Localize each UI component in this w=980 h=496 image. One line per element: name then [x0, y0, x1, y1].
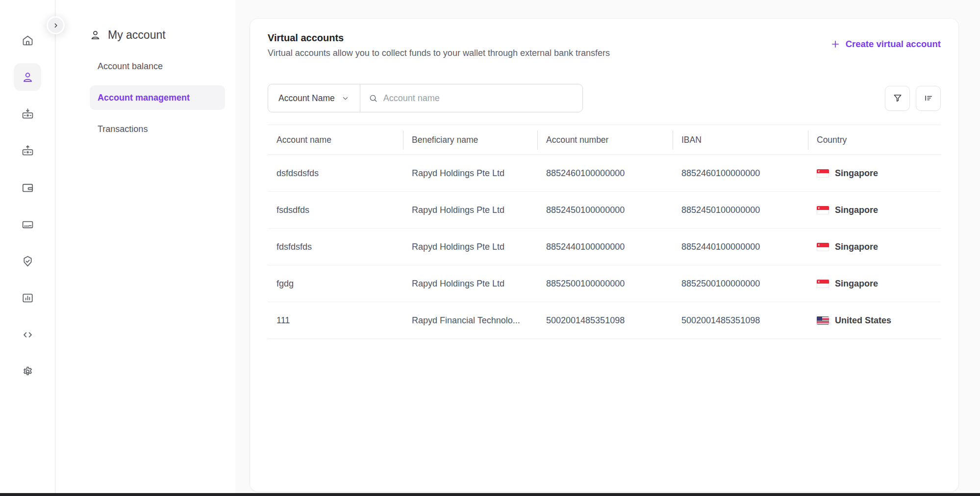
table-header-row: Account name Beneficiary name Account nu… — [268, 125, 941, 155]
rail-item-payouts[interactable] — [14, 137, 41, 164]
rail-item-my-account[interactable] — [14, 63, 41, 91]
cell-account-number: 5002001485351098 — [537, 315, 673, 326]
column-header-account-number: Account number — [537, 135, 673, 145]
cell-beneficiary-name: Rapyd Holdings Pte Ltd — [403, 242, 537, 252]
sidebar-title-label: My account — [108, 28, 166, 42]
cell-account-number: 8852500100000000 — [537, 279, 673, 289]
cell-beneficiary-name: Rapyd Holdings Pte Ltd — [403, 205, 537, 215]
developers-code-icon — [21, 328, 34, 341]
sidebar-nav: Account balance Account management Trans… — [90, 54, 235, 141]
verification-badge-icon — [21, 255, 34, 268]
rail-item-verification[interactable] — [14, 247, 41, 275]
search-filter-group: Account Name — [268, 84, 583, 112]
cell-account-number: 8852450100000000 — [537, 205, 673, 215]
bottom-edge-strip — [0, 493, 980, 496]
home-icon — [21, 34, 34, 47]
reports-chart-icon — [21, 291, 34, 305]
rail-item-home[interactable] — [14, 26, 41, 54]
column-header-beneficiary-name: Beneficiary name — [403, 135, 537, 145]
search-icon — [369, 94, 378, 103]
cell-account-name: fsdsdfds — [268, 205, 403, 215]
main-area: Virtual accounts Virtual accounts allow … — [235, 0, 980, 496]
funnel-icon — [892, 93, 903, 104]
rail-item-settings[interactable] — [14, 358, 41, 385]
virtual-accounts-table: Account name Beneficiary name Account nu… — [268, 125, 941, 339]
create-virtual-account-button[interactable]: Create virtual account — [830, 32, 941, 50]
cell-country: Singapore — [808, 168, 941, 179]
cell-beneficiary-name: Rapyd Holdings Pte Ltd — [403, 279, 537, 289]
column-header-account-name: Account name — [268, 135, 403, 145]
wallet-icon — [21, 181, 34, 194]
rail-item-card-issuing[interactable] — [14, 210, 41, 238]
cell-account-name: fdsfdsfds — [268, 242, 403, 252]
cell-country: Singapore — [808, 279, 941, 289]
sort-list-icon — [923, 93, 934, 104]
chevron-down-icon — [341, 94, 350, 103]
column-header-iban: IBAN — [673, 135, 808, 145]
payins-card-icon — [21, 107, 34, 121]
cell-country: Singapore — [808, 205, 941, 215]
country-label: United States — [835, 315, 891, 326]
toolbar-actions — [885, 86, 941, 111]
cell-iban: 8852500100000000 — [673, 279, 808, 289]
rail-item-reports[interactable] — [14, 284, 41, 312]
payouts-card-icon — [21, 144, 34, 157]
singapore-flag-icon — [817, 206, 829, 214]
cell-country: Singapore — [808, 242, 941, 252]
sidebar-title: My account — [89, 28, 235, 42]
cell-iban: 8852450100000000 — [673, 205, 808, 215]
cell-account-name: fgdg — [268, 279, 403, 289]
my-account-icon — [21, 71, 34, 84]
country-label: Singapore — [835, 242, 878, 252]
card-issuing-icon — [21, 218, 34, 231]
country-label: Singapore — [835, 168, 878, 179]
icon-rail — [0, 0, 55, 496]
table-row[interactable]: fsdsdfds Rapyd Holdings Pte Ltd 88524501… — [268, 192, 941, 229]
cell-iban: 8852460100000000 — [673, 168, 808, 179]
virtual-accounts-card: Virtual accounts Virtual accounts allow … — [250, 19, 958, 492]
cell-account-name: 111 — [268, 315, 403, 326]
cell-country: United States — [808, 315, 941, 326]
page-subtitle: Virtual accounts allow you to collect fu… — [268, 48, 610, 58]
rail-item-developers[interactable] — [14, 321, 41, 348]
create-virtual-account-label: Create virtual account — [846, 39, 941, 50]
singapore-flag-icon — [817, 169, 829, 178]
sidebar-expand-button[interactable] — [47, 16, 65, 34]
column-header-country: Country — [808, 135, 941, 145]
cell-account-number: 8852460100000000 — [537, 168, 673, 179]
cell-iban: 5002001485351098 — [673, 315, 808, 326]
sidebar-item-account-management[interactable]: Account management — [90, 85, 225, 110]
cell-beneficiary-name: Rapyd Financial Technolo... — [403, 315, 537, 326]
table-row[interactable]: 111 Rapyd Financial Technolo... 50020014… — [268, 302, 941, 339]
singapore-flag-icon — [817, 280, 829, 288]
rail-item-wallet[interactable] — [14, 174, 41, 201]
table-row[interactable]: dsfdsdsfds Rapyd Holdings Pte Ltd 885246… — [268, 155, 941, 192]
cell-account-name: dsfdsdsfds — [268, 168, 403, 179]
cell-iban: 8852440100000000 — [673, 242, 808, 252]
search-field-selector[interactable]: Account Name — [268, 84, 360, 112]
sort-button[interactable] — [916, 86, 941, 111]
filter-button[interactable] — [885, 86, 910, 111]
cell-beneficiary-name: Rapyd Holdings Pte Ltd — [403, 168, 537, 179]
us-flag-icon — [817, 316, 829, 325]
search-input[interactable] — [383, 93, 574, 104]
singapore-flag-icon — [817, 243, 829, 251]
sidebar-my-account: My account Account balance Account manag… — [56, 0, 235, 496]
settings-gear-icon — [21, 365, 34, 378]
table-row[interactable]: fdsfdsfds Rapyd Holdings Pte Ltd 8852440… — [268, 229, 941, 265]
person-icon — [89, 29, 101, 41]
chevron-right-icon — [51, 21, 61, 30]
table-row[interactable]: fgdg Rapyd Holdings Pte Ltd 885250010000… — [268, 265, 941, 302]
sidebar-item-transactions[interactable]: Transactions — [90, 117, 225, 141]
app-root: My account Account balance Account manag… — [0, 0, 980, 496]
page-title: Virtual accounts — [268, 32, 610, 44]
search-box — [360, 84, 582, 112]
plus-icon — [830, 39, 840, 49]
country-label: Singapore — [835, 205, 878, 215]
table-body: dsfdsdsfds Rapyd Holdings Pte Ltd 885246… — [268, 155, 941, 339]
cell-account-number: 8852440100000000 — [537, 242, 673, 252]
search-field-selector-value: Account Name — [278, 93, 335, 104]
rail-item-payins[interactable] — [14, 100, 41, 128]
sidebar-item-account-balance[interactable]: Account balance — [90, 54, 225, 78]
country-label: Singapore — [835, 279, 878, 289]
